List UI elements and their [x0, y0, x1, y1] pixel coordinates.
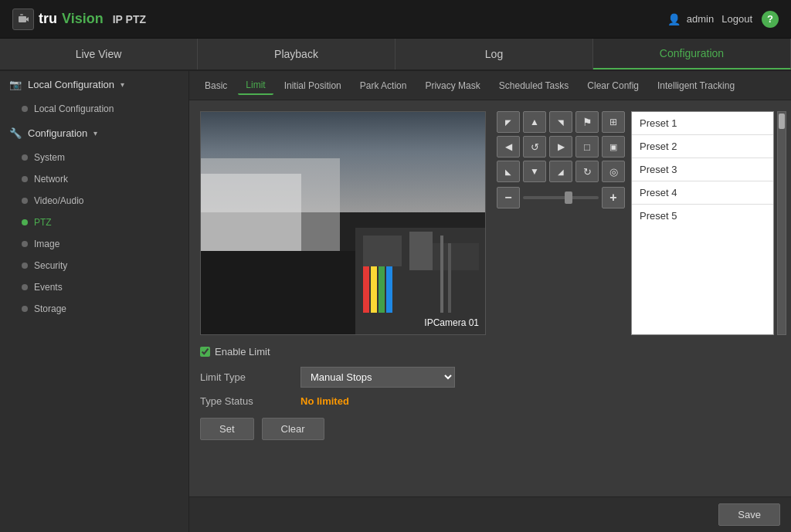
ptz-btn-up[interactable]: ▲ — [523, 111, 546, 133]
ptz-row1: ◤ ▲ ◥ ⚑ ⊞ — [497, 111, 625, 133]
ptz-row3: ◣ ▼ ◢ ↻ ◎ — [497, 161, 625, 182]
ptz-btn-refresh[interactable]: ↺ — [523, 136, 546, 158]
sub-tab-scheduled-tasks[interactable]: Scheduled Tasks — [491, 77, 577, 94]
clear-button[interactable]: Clear — [262, 418, 324, 440]
ptz-btn-rotate-cw[interactable]: ↻ — [575, 161, 599, 182]
wrench-icon: 🔧 — [9, 127, 22, 139]
ptz-btn-up-right[interactable]: ◥ — [549, 111, 572, 133]
limit-type-select[interactable]: Manual Stops Auto Stops — [300, 367, 455, 388]
sub-tab-initial-position[interactable]: Initial Position — [277, 77, 349, 94]
dot-icon — [22, 284, 28, 290]
preset-scroll-area[interactable]: Preset 1 Preset 2 Preset 3 Preset 4 Pres… — [632, 112, 773, 227]
network-label: Network — [34, 174, 68, 185]
svg-rect-14 — [379, 266, 385, 313]
local-config-item-label: Local Configuration — [34, 103, 114, 114]
logout-link[interactable]: Logout — [721, 13, 752, 25]
tab-playback[interactable]: Playback — [198, 39, 396, 69]
ptz-zoom-plus[interactable]: + — [602, 187, 625, 208]
ptz-zoom-track[interactable] — [523, 196, 599, 199]
ptz-panel: IPCamera 01 ◤ ▲ ◥ ⚑ ⊞ ◀ ↺ — [189, 100, 791, 346]
ptz-zoom-minus[interactable]: − — [497, 187, 520, 208]
ptz-btn-left[interactable]: ◀ — [497, 136, 520, 158]
ptz-btn-target[interactable]: ◎ — [602, 161, 625, 182]
ptz-btn-grid-icon[interactable]: ⊞ — [602, 111, 625, 133]
dot-icon — [22, 306, 28, 312]
save-area: Save — [189, 496, 791, 532]
main-nav: Live View Playback Log Configuration — [0, 39, 791, 71]
ptz-btn-right[interactable]: ▶ — [549, 136, 572, 158]
camera-overlay-text: IPCamera 01 — [424, 317, 479, 328]
enable-limit-checkbox[interactable] — [200, 347, 210, 357]
camera-feed: IPCamera 01 — [200, 111, 486, 335]
sidebar-section-configuration[interactable]: 🔧 Configuration ▾ — [0, 120, 188, 147]
sub-tab-clear-config[interactable]: Clear Config — [579, 77, 647, 94]
scrollbar-thumb[interactable] — [779, 114, 785, 129]
ptz-controls-panel: ◤ ▲ ◥ ⚑ ⊞ ◀ ↺ ▶ □ ▣ — [497, 111, 625, 335]
dot-icon — [22, 106, 28, 112]
ptz-btn-down[interactable]: ▼ — [523, 161, 546, 182]
tab-live-view[interactable]: Live View — [0, 39, 198, 69]
dot-icon — [22, 176, 28, 182]
chevron-down-icon: ▾ — [121, 80, 124, 89]
system-label: System — [34, 152, 65, 163]
ptz-zoom-thumb[interactable] — [565, 191, 572, 204]
sidebar: 📷 Local Configuration ▾ Local Configurat… — [0, 71, 189, 532]
svg-rect-2 — [20, 14, 23, 15]
set-button[interactable]: Set — [200, 418, 254, 440]
tab-log[interactable]: Log — [396, 39, 593, 69]
ptz-btn-down-right[interactable]: ◢ — [549, 161, 572, 182]
sidebar-item-storage[interactable]: Storage — [0, 298, 188, 320]
svg-rect-9 — [363, 236, 402, 266]
sidebar-item-ptz[interactable]: PTZ — [0, 212, 188, 233]
preset-item-2[interactable]: Preset 2 — [632, 135, 773, 158]
sidebar-item-image[interactable]: Image — [0, 233, 188, 255]
ptz-btn-stop[interactable]: □ — [575, 136, 599, 158]
tab-configuration[interactable]: Configuration — [593, 39, 791, 69]
sidebar-item-video-audio[interactable]: Video/Audio — [0, 190, 188, 212]
sub-tab-park-action[interactable]: Park Action — [352, 77, 415, 94]
ptz-btn-flag[interactable]: ⚑ — [575, 111, 599, 133]
brand-tru: tru — [39, 11, 57, 27]
svg-rect-11 — [433, 243, 479, 270]
configuration-section-label: Configuration — [28, 127, 87, 139]
help-button[interactable]: ? — [762, 11, 779, 28]
ptz-btn-up-left[interactable]: ◤ — [497, 111, 520, 133]
sub-tab-limit[interactable]: Limit — [238, 76, 273, 95]
main-layout: 📷 Local Configuration ▾ Local Configurat… — [0, 71, 791, 532]
preset-list: Preset 1 Preset 2 Preset 3 Preset 4 Pres… — [631, 111, 774, 335]
sidebar-item-network[interactable]: Network — [0, 168, 188, 190]
preset-item-1[interactable]: Preset 1 — [632, 112, 773, 135]
sub-tab-intelligent-tracking[interactable]: Intelligent Tracking — [650, 77, 742, 94]
header: truVision IP PTZ 👤 admin Logout ? — [0, 0, 791, 39]
sidebar-section-local-config[interactable]: 📷 Local Configuration ▾ — [0, 71, 188, 98]
preset-scrollbar[interactable] — [777, 111, 786, 335]
dot-icon — [22, 154, 28, 161]
sub-nav: Basic Limit Initial Position Park Action… — [189, 71, 791, 100]
type-status-value: No limited — [300, 395, 349, 407]
ptz-btn-stop2[interactable]: ▣ — [602, 136, 625, 158]
dot-icon — [22, 241, 28, 247]
sub-tab-privacy-mask[interactable]: Privacy Mask — [417, 77, 487, 94]
brand-logo: truVision IP PTZ — [39, 11, 146, 27]
preset-item-5[interactable]: Preset 5 — [632, 205, 773, 227]
security-label: Security — [34, 260, 67, 271]
svg-marker-1 — [26, 17, 29, 22]
sidebar-item-local-configuration[interactable]: Local Configuration — [0, 98, 188, 120]
type-status-label: Type Status — [200, 395, 300, 407]
ptz-btn-down-left[interactable]: ◣ — [497, 161, 520, 182]
svg-rect-16 — [440, 236, 443, 313]
preset-item-3[interactable]: Preset 3 — [632, 158, 773, 181]
sub-tab-basic[interactable]: Basic — [197, 77, 235, 94]
sidebar-item-security[interactable]: Security — [0, 255, 188, 276]
dot-icon — [22, 263, 28, 269]
ptz-row2: ◀ ↺ ▶ □ ▣ — [497, 136, 625, 158]
preset-item-4[interactable]: Preset 4 — [632, 181, 773, 205]
image-label: Image — [34, 239, 59, 249]
local-config-section-label: Local Configuration — [28, 79, 114, 90]
save-button[interactable]: Save — [718, 503, 780, 526]
chevron-down-icon-2: ▾ — [93, 129, 97, 137]
sidebar-item-system[interactable]: System — [0, 147, 188, 168]
storage-label: Storage — [34, 303, 66, 314]
user-info: 👤 admin — [667, 13, 714, 25]
sidebar-item-events[interactable]: Events — [0, 276, 188, 298]
